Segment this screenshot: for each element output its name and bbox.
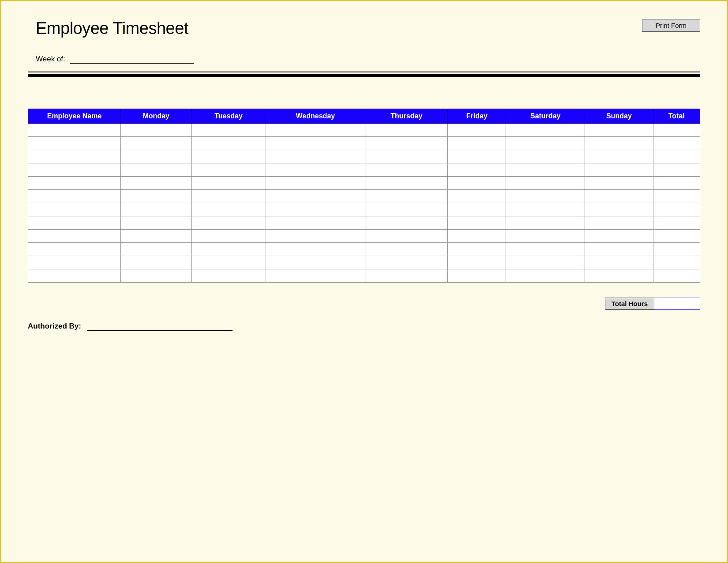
table-cell[interactable] — [448, 203, 506, 216]
table-cell[interactable] — [28, 137, 121, 150]
table-cell[interactable] — [653, 190, 700, 203]
table-cell[interactable] — [448, 190, 506, 203]
table-cell[interactable] — [506, 137, 585, 150]
table-cell[interactable] — [365, 256, 448, 269]
table-cell[interactable] — [121, 137, 192, 150]
table-cell[interactable] — [121, 177, 192, 190]
table-cell[interactable] — [191, 269, 266, 283]
table-cell[interactable] — [506, 243, 585, 256]
table-cell[interactable] — [28, 163, 121, 177]
table-cell[interactable] — [121, 216, 192, 230]
table-cell[interactable] — [506, 256, 585, 269]
table-cell[interactable] — [191, 216, 266, 230]
table-cell[interactable] — [121, 150, 192, 163]
table-cell[interactable] — [585, 203, 653, 216]
table-cell[interactable] — [121, 203, 192, 216]
table-cell[interactable] — [448, 137, 506, 150]
table-cell[interactable] — [506, 150, 585, 163]
table-cell[interactable] — [28, 124, 121, 137]
table-cell[interactable] — [653, 230, 700, 243]
table-cell[interactable] — [191, 190, 266, 203]
table-cell[interactable] — [266, 137, 365, 150]
table-cell[interactable] — [653, 216, 700, 230]
table-cell[interactable] — [653, 137, 700, 150]
week-of-input[interactable] — [70, 57, 194, 64]
table-cell[interactable] — [506, 177, 585, 190]
table-cell[interactable] — [266, 243, 365, 256]
table-cell[interactable] — [28, 216, 121, 230]
table-cell[interactable] — [585, 190, 653, 203]
table-cell[interactable] — [28, 177, 121, 190]
table-cell[interactable] — [448, 163, 506, 177]
table-cell[interactable] — [653, 177, 700, 190]
table-cell[interactable] — [191, 256, 266, 269]
table-cell[interactable] — [506, 216, 585, 230]
table-cell[interactable] — [448, 243, 506, 256]
table-cell[interactable] — [365, 216, 448, 230]
table-cell[interactable] — [266, 203, 365, 216]
table-cell[interactable] — [506, 124, 585, 137]
table-cell[interactable] — [266, 230, 365, 243]
table-cell[interactable] — [121, 190, 192, 203]
table-cell[interactable] — [365, 137, 448, 150]
table-cell[interactable] — [28, 203, 121, 216]
table-cell[interactable] — [121, 230, 192, 243]
table-cell[interactable] — [448, 256, 506, 269]
table-cell[interactable] — [653, 243, 700, 256]
table-cell[interactable] — [365, 269, 448, 283]
table-cell[interactable] — [506, 269, 585, 283]
table-cell[interactable] — [365, 230, 448, 243]
table-cell[interactable] — [448, 150, 506, 163]
table-cell[interactable] — [653, 203, 700, 216]
table-cell[interactable] — [585, 256, 653, 269]
authorized-by-input[interactable] — [87, 325, 233, 331]
table-cell[interactable] — [653, 163, 700, 177]
table-cell[interactable] — [191, 203, 266, 216]
table-cell[interactable] — [365, 177, 448, 190]
table-cell[interactable] — [506, 230, 585, 243]
table-cell[interactable] — [365, 124, 448, 137]
table-cell[interactable] — [585, 243, 653, 256]
table-cell[interactable] — [448, 269, 506, 283]
table-cell[interactable] — [191, 124, 266, 137]
table-cell[interactable] — [448, 216, 506, 230]
table-cell[interactable] — [365, 190, 448, 203]
table-cell[interactable] — [266, 150, 365, 163]
print-form-button[interactable]: Print Form — [642, 19, 700, 32]
table-cell[interactable] — [28, 150, 121, 163]
table-cell[interactable] — [121, 256, 192, 269]
table-cell[interactable] — [365, 150, 448, 163]
table-cell[interactable] — [585, 230, 653, 243]
table-cell[interactable] — [653, 150, 700, 163]
table-cell[interactable] — [121, 124, 192, 137]
table-cell[interactable] — [266, 190, 365, 203]
table-cell[interactable] — [28, 256, 121, 269]
total-hours-value[interactable] — [654, 298, 700, 310]
table-cell[interactable] — [585, 216, 653, 230]
table-cell[interactable] — [191, 230, 266, 243]
table-cell[interactable] — [506, 163, 585, 177]
table-cell[interactable] — [506, 190, 585, 203]
table-cell[interactable] — [585, 150, 653, 163]
table-cell[interactable] — [191, 243, 266, 256]
table-cell[interactable] — [653, 269, 700, 283]
table-cell[interactable] — [28, 269, 121, 283]
table-cell[interactable] — [266, 124, 365, 137]
table-cell[interactable] — [365, 243, 448, 256]
table-cell[interactable] — [191, 163, 266, 177]
table-cell[interactable] — [365, 163, 448, 177]
table-cell[interactable] — [653, 124, 700, 137]
table-cell[interactable] — [191, 137, 266, 150]
table-cell[interactable] — [121, 269, 192, 283]
table-cell[interactable] — [28, 190, 121, 203]
table-cell[interactable] — [191, 177, 266, 190]
table-cell[interactable] — [365, 203, 448, 216]
table-cell[interactable] — [585, 177, 653, 190]
table-cell[interactable] — [28, 230, 121, 243]
table-cell[interactable] — [506, 203, 585, 216]
table-cell[interactable] — [448, 230, 506, 243]
table-cell[interactable] — [121, 163, 192, 177]
table-cell[interactable] — [585, 163, 653, 177]
table-cell[interactable] — [266, 256, 365, 269]
table-cell[interactable] — [653, 256, 700, 269]
